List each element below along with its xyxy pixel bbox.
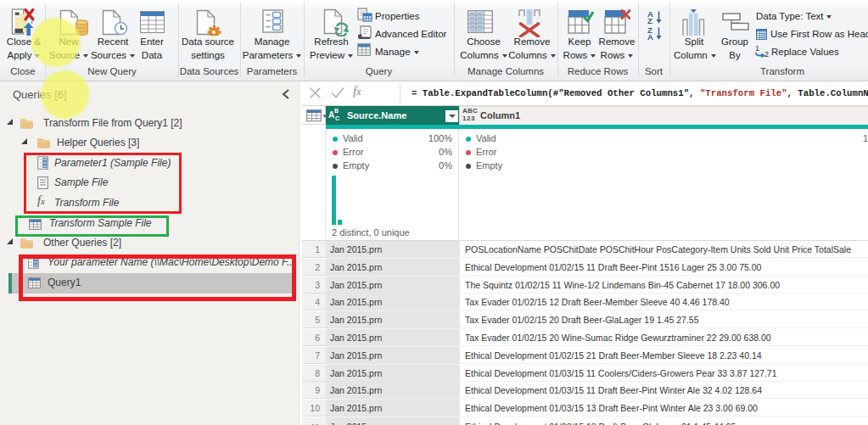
svg-text:Z: Z	[647, 16, 652, 25]
svg-text:1: 1	[755, 44, 759, 53]
svg-text:2: 2	[764, 50, 769, 58]
svg-text:A: A	[647, 32, 653, 42]
